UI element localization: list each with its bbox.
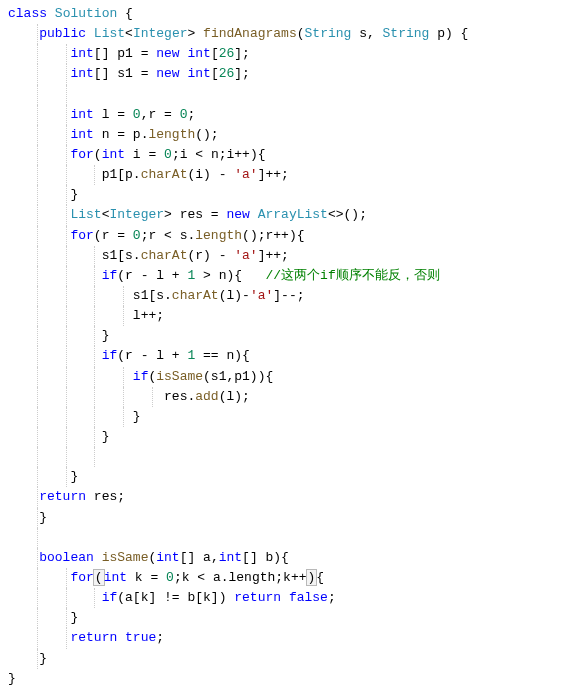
token-plain: (a[k] != b[k]) <box>117 590 234 605</box>
token-plain: p) { <box>429 26 468 41</box>
indent <box>8 127 70 142</box>
token-kw: boolean <box>39 550 94 565</box>
token-plain: ( <box>297 26 305 41</box>
code-line <box>8 85 561 105</box>
token-plain: l++; <box>133 308 164 323</box>
code-line: public List<Integer> findAnagrams(String… <box>8 24 561 44</box>
token-method: length <box>148 127 195 142</box>
code-line: for(r = 0;r < s.length();r++){ <box>8 226 561 246</box>
indent <box>8 268 102 283</box>
token-plain: [] a, <box>180 550 219 565</box>
token-plain: l = <box>94 107 133 122</box>
token-kw: true <box>125 630 156 645</box>
indent <box>8 288 133 303</box>
token-type: String <box>305 26 352 41</box>
code-line: s1[s.charAt(r) - 'a']++; <box>8 246 561 266</box>
token-plain: (r) - <box>187 248 234 263</box>
token-plain <box>86 26 94 41</box>
code-line: int[] p1 = new int[26]; <box>8 44 561 64</box>
indent <box>8 369 133 384</box>
indent <box>8 207 70 222</box>
token-plain: == n){ <box>195 348 250 363</box>
token-kw: for <box>70 570 93 585</box>
token-plain <box>47 6 55 21</box>
token-num: 26 <box>219 46 235 61</box>
token-kw: int <box>70 107 93 122</box>
token-plain: ; <box>187 107 195 122</box>
token-plain: s1[s. <box>102 248 141 263</box>
code-line: return true; <box>8 628 561 648</box>
token-plain: (l); <box>219 389 250 404</box>
token-plain: ]++; <box>258 248 289 263</box>
token-kw: for <box>70 228 93 243</box>
token-cmt: //这两个if顺序不能反，否则 <box>265 268 439 283</box>
token-kw: new <box>226 207 249 222</box>
indent <box>8 46 70 61</box>
token-plain: ,r = <box>141 107 180 122</box>
token-kw: int <box>219 550 242 565</box>
token-plain: ; <box>156 630 164 645</box>
token-kw: false <box>289 590 328 605</box>
token-plain <box>250 207 258 222</box>
code-line: s1[s.charAt(l)-'a']--; <box>8 286 561 306</box>
code-line: int l = 0,r = 0; <box>8 105 561 125</box>
token-method: isSame <box>102 550 149 565</box>
indent <box>8 147 70 162</box>
code-line: return res; <box>8 487 561 507</box>
code-line: res.add(l); <box>8 387 561 407</box>
token-kw: for <box>70 147 93 162</box>
token-plain: } <box>8 671 16 686</box>
token-plain: ]--; <box>273 288 304 303</box>
indent <box>8 651 39 666</box>
token-plain: < <box>125 26 133 41</box>
indent <box>8 167 102 182</box>
indent <box>8 590 102 605</box>
token-type: List <box>70 207 101 222</box>
code-line: for(int k = 0;k < a.length;k++){ <box>8 568 561 588</box>
token-plain: ; <box>328 590 336 605</box>
token-plain: ;r < s. <box>141 228 196 243</box>
token-plain: <>(); <box>328 207 367 222</box>
token-type: String <box>383 26 430 41</box>
code-line <box>8 447 561 467</box>
indent <box>8 630 70 645</box>
code-line: } <box>8 608 561 628</box>
code-line: } <box>8 427 561 447</box>
token-plain <box>281 590 289 605</box>
token-plain: > res = <box>164 207 226 222</box>
token-kw: int <box>104 570 127 585</box>
token-method: length <box>195 228 242 243</box>
indent <box>8 308 133 323</box>
indent <box>8 530 39 545</box>
token-plain: (); <box>195 127 218 142</box>
indent <box>8 570 70 585</box>
token-plain: [] b){ <box>242 550 289 565</box>
code-line: if(r - l + 1 > n){ //这两个if顺序不能反，否则 <box>8 266 561 286</box>
token-method: charAt <box>141 167 188 182</box>
indent <box>8 348 102 363</box>
indent <box>8 429 102 444</box>
token-plain <box>102 449 110 464</box>
token-plain: > <box>187 26 203 41</box>
indent <box>8 248 102 263</box>
token-plain: p1[p. <box>102 167 141 182</box>
token-plain: ( <box>94 147 102 162</box>
token-kw: class <box>8 6 47 21</box>
token-kw: int <box>70 46 93 61</box>
token-plain: s, <box>351 26 382 41</box>
token-plain: n = p. <box>94 127 149 142</box>
token-type: Integer <box>133 26 188 41</box>
token-str: 'a' <box>234 248 257 263</box>
token-plain: ;k < a.length;k++ <box>174 570 307 585</box>
token-plain: res. <box>164 389 195 404</box>
code-line: int[] s1 = new int[26]; <box>8 64 561 84</box>
token-plain: } <box>39 510 47 525</box>
token-plain: } <box>102 429 110 444</box>
token-plain <box>39 530 47 545</box>
code-line: } <box>8 185 561 205</box>
token-kw: int <box>187 66 210 81</box>
token-kw: int <box>70 127 93 142</box>
token-kw: return <box>70 630 117 645</box>
token-plain: ]; <box>234 66 250 81</box>
code-line: int n = p.length(); <box>8 125 561 145</box>
